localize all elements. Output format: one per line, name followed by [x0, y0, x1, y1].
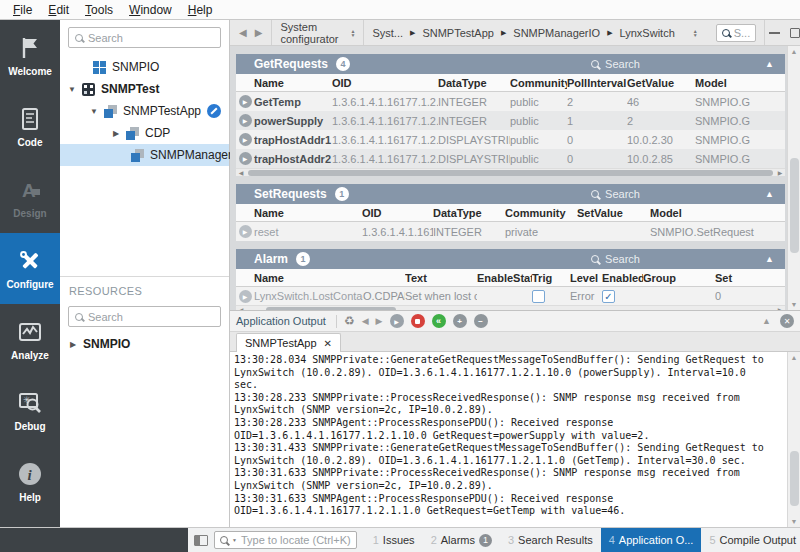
refresh-icon[interactable]: ♻: [344, 314, 355, 328]
sidebar-item-welcome[interactable]: Welcome: [0, 20, 60, 91]
horizontal-scrollbar[interactable]: ◀ ▶: [236, 168, 785, 176]
chevron-down-icon[interactable]: ▼: [90, 107, 98, 116]
pane-alarms[interactable]: 2Alarms 1: [423, 528, 500, 552]
collapse-icon[interactable]: ▲: [765, 59, 774, 69]
forward-icon[interactable]: ▶: [255, 27, 263, 38]
play-icon[interactable]: ▶: [239, 290, 252, 303]
sidebar-item-help[interactable]: i Help: [0, 446, 60, 517]
tree-item-snmpmanagerio[interactable]: SNMPManagerIO: [60, 144, 229, 166]
zoom-out-icon[interactable]: −: [474, 314, 488, 328]
table-row[interactable]: ▶ LynxSwitch.LostContact O.CDPAl... Set …: [236, 287, 785, 305]
table-row[interactable]: ▶ trapHostAddr1 1.3.6.1.4.1.16177.1.2.1.…: [236, 130, 785, 149]
breadcrumb-item[interactable]: LynxSwitch: [620, 27, 675, 39]
trig-checkbox[interactable]: [532, 290, 545, 303]
output-log[interactable]: 13:30:28.034 SNMPPrivate::GenerateGetReq…: [230, 352, 787, 527]
toggle-sidebar-button[interactable]: [194, 532, 208, 548]
play-icon[interactable]: ▶: [239, 225, 252, 238]
alarm-section: Alarm 1 Search ▲ Name Tex: [236, 249, 785, 310]
grid-icon: [93, 61, 106, 74]
chevron-down-icon[interactable]: ▼: [68, 85, 76, 94]
sidebar-item-design[interactable]: A Design: [0, 162, 60, 233]
configurator-search-input[interactable]: S...: [716, 24, 757, 42]
enabled-checkbox[interactable]: [602, 290, 615, 303]
updown-icon[interactable]: ▲▼: [693, 29, 698, 37]
menu-tools[interactable]: Tools: [78, 2, 120, 18]
section-search-input[interactable]: Search: [591, 188, 751, 200]
back-icon[interactable]: ◀: [362, 316, 369, 326]
scrollbar-thumb[interactable]: [266, 307, 396, 311]
run-icon[interactable]: ▶: [390, 314, 404, 328]
collapse-icon[interactable]: ▲: [765, 254, 774, 264]
zoom-in-icon[interactable]: +: [453, 314, 467, 328]
collapse-icon[interactable]: ▲: [762, 316, 771, 326]
back-icon[interactable]: ◀: [239, 27, 247, 38]
vertical-scrollbar[interactable]: ▲ ▼: [787, 352, 800, 527]
section-search-input[interactable]: Search: [591, 58, 751, 70]
getrequests-header[interactable]: GetRequests 4 Search ▲: [236, 54, 785, 74]
tree-item-snmpio[interactable]: SNMPIO: [60, 56, 229, 78]
close-icon[interactable]: ✕: [780, 314, 794, 328]
scroll-right-icon[interactable]: ▶: [775, 306, 785, 310]
pane-issues[interactable]: 1Issues: [365, 528, 423, 552]
table-row[interactable]: ▶ GetTemp 1.3.6.1.4.1.16177.1.2.1.1.0 IN…: [236, 92, 785, 111]
table-row[interactable]: ▶ reset 1.3.6.1.4.1.16177... INTEGER pri…: [236, 222, 785, 241]
sidebar-item-analyze[interactable]: Analyze: [0, 304, 60, 375]
tab-snmptestapp[interactable]: SNMPTestApp ✕: [236, 333, 341, 352]
chevron-right-icon[interactable]: ▶: [112, 129, 120, 138]
project-search-input[interactable]: Search: [68, 27, 221, 48]
scroll-down-icon[interactable]: ▼: [791, 301, 798, 308]
sidebar-item-code[interactable]: Code: [0, 91, 60, 162]
collapse-icon[interactable]: ▲: [765, 189, 774, 199]
module-icon: [131, 149, 144, 162]
close-tab-icon[interactable]: ✕: [324, 338, 332, 349]
play-icon[interactable]: ▶: [239, 114, 252, 127]
chevron-right-icon[interactable]: ▶: [69, 340, 77, 349]
stop-icon[interactable]: [411, 314, 425, 328]
menu-help[interactable]: Help: [181, 2, 220, 18]
float-window-icon[interactable]: [790, 28, 800, 38]
menu-edit[interactable]: Edit: [41, 2, 76, 18]
table-row[interactable]: ▶ powerSupply 1.3.6.1.4.1.16177.1.2.1.10…: [236, 111, 785, 130]
locator-input[interactable]: ▼ Type to locate (Ctrl+K): [214, 531, 357, 549]
scroll-down-icon[interactable]: ▼: [791, 518, 798, 525]
pane-search-results[interactable]: 3Search Results: [500, 528, 601, 552]
scrollbar-thumb[interactable]: [790, 451, 799, 506]
scroll-left-icon[interactable]: ◀: [236, 306, 246, 310]
resources-item-snmpio[interactable]: ▶ SNMPIO: [60, 333, 229, 355]
attach-icon[interactable]: «: [432, 314, 446, 328]
play-icon[interactable]: ▶: [239, 95, 252, 108]
horizontal-scrollbar[interactable]: ◀ ▶: [236, 305, 785, 310]
view-selector-dropdown[interactable]: System configurator ▲▼: [272, 20, 364, 45]
breadcrumb-item[interactable]: SNMPManagerIO: [513, 27, 600, 39]
sidebar-item-configure[interactable]: Configure: [0, 233, 60, 304]
updown-icon: ▲▼: [351, 29, 356, 37]
chevron-right-icon: ▶: [501, 29, 506, 37]
minimize-icon[interactable]: [769, 32, 780, 34]
forward-icon[interactable]: ▶: [376, 316, 383, 326]
scroll-left-icon[interactable]: ◀: [236, 169, 246, 176]
breadcrumb-item[interactable]: Syst...: [372, 27, 403, 39]
section-search-input[interactable]: Search: [591, 253, 751, 265]
play-icon[interactable]: ▶: [239, 133, 252, 146]
tree-item-snmptestapp[interactable]: ▼ SNMPTestApp: [60, 100, 229, 122]
pane-application-output[interactable]: 4Application O...: [601, 528, 702, 552]
edit-badge-icon[interactable]: [207, 104, 221, 118]
vertical-scrollbar[interactable]: ▲ ▼: [787, 46, 800, 310]
scroll-up-icon[interactable]: ▲: [791, 48, 798, 55]
table-row[interactable]: ▶ trapHostAddr2 1.3.6.1.4.1.16177.1.2.1.…: [236, 149, 785, 168]
breadcrumb-item[interactable]: SNMPTestApp: [422, 27, 494, 39]
tree-item-cdp[interactable]: ▶ CDP: [60, 122, 229, 144]
scroll-up-icon[interactable]: ▲: [791, 354, 798, 361]
sidebar-item-debug[interactable]: ✳ Debug: [0, 375, 60, 446]
play-icon[interactable]: ▶: [239, 152, 252, 165]
setrequests-header[interactable]: SetRequests 1 Search ▲: [236, 184, 785, 204]
resources-search-input[interactable]: Search: [68, 306, 221, 327]
alarm-header[interactable]: Alarm 1 Search ▲: [236, 249, 785, 269]
menu-window[interactable]: Window: [122, 2, 179, 18]
menu-file[interactable]: File: [6, 2, 39, 18]
scrollbar-thumb[interactable]: [248, 170, 773, 176]
scrollbar-thumb[interactable]: [790, 158, 799, 253]
pane-compile-output[interactable]: 5Compile Output: [701, 528, 800, 552]
tree-item-snmptest[interactable]: ▼ SNMPTest: [60, 78, 229, 100]
scroll-right-icon[interactable]: ▶: [775, 169, 785, 176]
